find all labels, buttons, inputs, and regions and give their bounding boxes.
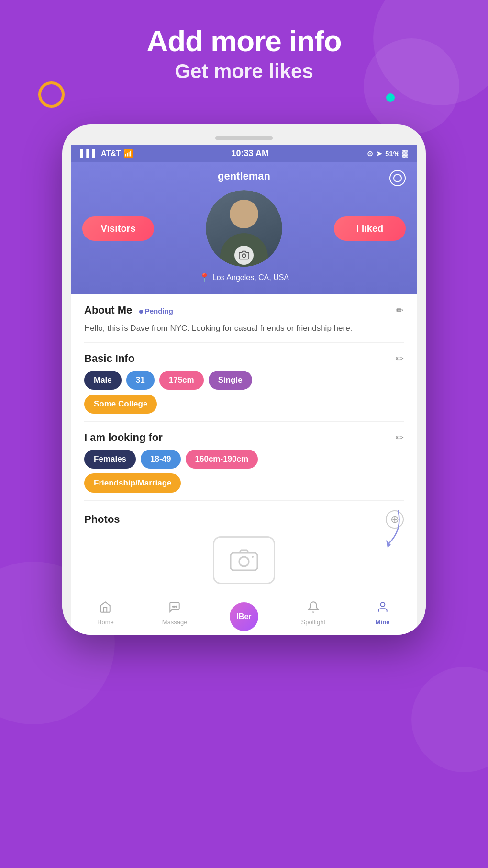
visitors-button[interactable]: Visitors: [82, 216, 154, 241]
about-me-edit-icon[interactable]: ✏: [396, 304, 404, 316]
basic-info-edit-icon[interactable]: ✏: [396, 353, 404, 364]
tag-male: Male: [84, 371, 122, 390]
nav-mine[interactable]: Mine: [348, 592, 417, 635]
looking-for-tags: Females 18-49 160cm-190cm: [84, 450, 404, 469]
pending-badge: Pending: [139, 307, 173, 315]
svg-point-5: [173, 606, 174, 607]
nav-spotlight-label: Spotlight: [301, 619, 325, 626]
looking-for-edit-icon[interactable]: ✏: [396, 432, 404, 443]
profile-header: gentleman Visitors: [71, 162, 417, 294]
photos-header: Photos ⊕: [84, 510, 404, 529]
looking-for-title: I am looking for: [84, 431, 163, 444]
about-me-text: Hello, this is Dave from NYC. Looking fo…: [84, 322, 404, 335]
spotlight-icon: [307, 601, 320, 617]
target-icon[interactable]: [389, 170, 406, 186]
photos-title: Photos: [84, 513, 120, 526]
avatar-container: [206, 190, 282, 267]
location-text: Los Angeles, CA, USA: [212, 273, 289, 282]
looking-for-tags-row2: Friendship/Marriage: [84, 473, 404, 493]
tag-age: 31: [126, 371, 155, 390]
camera-icon: [239, 250, 249, 260]
nav-home[interactable]: Home: [71, 592, 140, 635]
svg-point-3: [252, 556, 254, 558]
svg-marker-4: [386, 540, 391, 548]
nav-massage-label: Massage: [162, 619, 188, 626]
phone-frame-wrapper: ▌▌▌ AT&T 📶 10:33 AM ⊙ ➤ 51% ▓ gentleman …: [62, 124, 426, 635]
location-pin-icon: 📍: [199, 272, 210, 283]
navigation-icon: ➤: [376, 149, 382, 158]
header-subtitle: Get more likes: [0, 60, 488, 83]
tag-relationship: Friendship/Marriage: [84, 473, 181, 493]
bottom-nav: Home Massage IBer: [71, 592, 417, 635]
mine-icon: [377, 601, 389, 617]
about-me-section: About Me Pending ✏ Hello, this is Dave f…: [84, 294, 404, 343]
status-left: ▌▌▌ AT&T 📶: [80, 149, 133, 158]
nav-mine-label: Mine: [376, 619, 390, 626]
svg-point-6: [174, 606, 175, 607]
looking-for-section: I am looking for ✏ Females 18-49 160cm-1…: [84, 422, 404, 501]
about-me-header: About Me Pending ✏: [84, 304, 404, 316]
basic-info-tags-row2: Some College: [84, 395, 404, 414]
basic-info-section: Basic Info ✏ Male 31 175cm Single Some C…: [84, 343, 404, 422]
svg-point-7: [176, 606, 177, 607]
nav-home-label: Home: [97, 619, 114, 626]
photo-placeholder: [84, 536, 404, 584]
about-me-title-row: About Me Pending: [84, 304, 173, 316]
tag-height: 175cm: [159, 371, 204, 390]
teal-dot-decoration: [386, 93, 395, 102]
profile-action-row: Visitors: [82, 190, 406, 267]
location-row: 📍 Los Angeles, CA, USA: [199, 272, 289, 283]
photos-section: Photos ⊕: [84, 501, 404, 592]
camera-button[interactable]: [234, 246, 254, 265]
profile-username: gentleman: [82, 170, 406, 182]
tag-status: Single: [209, 371, 252, 390]
battery-icon: ▓: [402, 149, 408, 158]
nav-iber[interactable]: IBer: [210, 592, 279, 635]
tag-age-range: 18-49: [141, 450, 180, 469]
svg-rect-1: [231, 553, 257, 570]
tag-education: Some College: [84, 395, 157, 414]
location-icon: ⊙: [367, 149, 373, 158]
camera-placeholder: [213, 536, 275, 584]
phone-notch: [71, 133, 417, 142]
battery-percent: 51%: [385, 149, 399, 158]
iber-button[interactable]: IBer: [230, 602, 258, 631]
bg-decoration-4: [411, 667, 488, 772]
svg-point-0: [242, 254, 245, 257]
massage-icon: [168, 601, 181, 617]
about-me-title: About Me: [84, 304, 132, 316]
status-right: ⊙ ➤ 51% ▓: [367, 149, 408, 158]
content-area: About Me Pending ✏ Hello, this is Dave f…: [71, 294, 417, 592]
header-section: Add more info Get more likes: [0, 0, 488, 83]
basic-info-title: Basic Info: [84, 352, 134, 365]
home-icon: [99, 601, 111, 617]
tag-height-range: 160cm-190cm: [186, 450, 258, 469]
looking-for-header: I am looking for ✏: [84, 431, 404, 444]
carrier-name: AT&T: [101, 149, 121, 158]
status-bar: ▌▌▌ AT&T 📶 10:33 AM ⊙ ➤ 51% ▓: [71, 145, 417, 162]
svg-point-2: [239, 557, 249, 566]
pending-dot: [139, 310, 143, 314]
curved-arrow-icon: [369, 506, 408, 553]
tag-females: Females: [84, 450, 136, 469]
nav-spotlight[interactable]: Spotlight: [278, 592, 348, 635]
phone-frame: ▌▌▌ AT&T 📶 10:33 AM ⊙ ➤ 51% ▓ gentleman …: [62, 124, 426, 635]
header-title: Add more info: [0, 24, 488, 58]
orange-ring-decoration: [38, 81, 65, 108]
notch-pill: [215, 136, 273, 140]
signal-bars: ▌▌▌: [80, 149, 98, 158]
nav-massage[interactable]: Massage: [140, 592, 210, 635]
basic-info-tags: Male 31 175cm Single: [84, 371, 404, 390]
person-head: [230, 200, 258, 228]
basic-info-header: Basic Info ✏: [84, 352, 404, 365]
svg-point-8: [380, 602, 385, 607]
camera-placeholder-icon: [230, 548, 258, 572]
wifi-icon: 📶: [123, 149, 133, 158]
time-display: 10:33 AM: [232, 148, 269, 158]
liked-button[interactable]: I liked: [334, 216, 406, 241]
